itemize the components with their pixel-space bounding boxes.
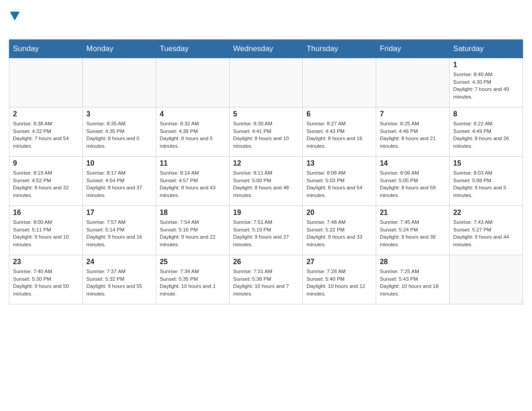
day-number: 9: [13, 159, 79, 167]
day-info: Sunrise: 7:45 AM Sunset: 5:24 PM Dayligh…: [380, 218, 446, 248]
calendar-cell: 5Sunrise: 8:30 AM Sunset: 4:41 PM Daylig…: [229, 107, 303, 157]
calendar-cell: [229, 58, 303, 107]
day-info: Sunrise: 8:35 AM Sunset: 4:35 PM Dayligh…: [86, 120, 152, 150]
day-info: Sunrise: 7:51 AM Sunset: 5:19 PM Dayligh…: [233, 218, 299, 248]
calendar-cell: 14Sunrise: 8:06 AM Sunset: 5:05 PM Dayli…: [376, 157, 450, 206]
day-number: 4: [160, 110, 226, 118]
page-header: [9, 9, 523, 35]
calendar-cell: 17Sunrise: 7:57 AM Sunset: 5:14 PM Dayli…: [82, 206, 156, 255]
day-info: Sunrise: 8:25 AM Sunset: 4:46 PM Dayligh…: [380, 120, 446, 150]
calendar-week-4: 16Sunrise: 8:00 AM Sunset: 5:11 PM Dayli…: [9, 206, 523, 255]
day-info: Sunrise: 8:00 AM Sunset: 5:11 PM Dayligh…: [13, 218, 79, 248]
day-info: Sunrise: 7:40 AM Sunset: 5:30 PM Dayligh…: [13, 268, 79, 298]
calendar-week-3: 9Sunrise: 8:19 AM Sunset: 4:52 PM Daylig…: [9, 157, 523, 206]
day-number: 17: [86, 209, 152, 217]
calendar-cell: [156, 58, 229, 107]
day-info: Sunrise: 8:14 AM Sunset: 4:57 PM Dayligh…: [160, 169, 226, 199]
day-number: 27: [306, 258, 372, 266]
weekday-row: SundayMondayTuesdayWednesdayThursdayFrid…: [9, 40, 523, 58]
weekday-header-saturday: Saturday: [450, 40, 523, 58]
calendar-cell: 13Sunrise: 8:08 AM Sunset: 5:03 PM Dayli…: [303, 157, 376, 206]
day-number: 12: [233, 159, 299, 167]
calendar-body: 1Sunrise: 8:40 AM Sunset: 4:30 PM Daylig…: [9, 58, 523, 304]
calendar-cell: 15Sunrise: 8:03 AM Sunset: 5:08 PM Dayli…: [450, 157, 523, 206]
calendar-cell: 10Sunrise: 8:17 AM Sunset: 4:54 PM Dayli…: [82, 157, 156, 206]
day-info: Sunrise: 8:22 AM Sunset: 4:49 PM Dayligh…: [453, 120, 519, 150]
day-info: Sunrise: 8:40 AM Sunset: 4:30 PM Dayligh…: [453, 71, 519, 101]
weekday-header-thursday: Thursday: [303, 40, 376, 58]
calendar-week-5: 23Sunrise: 7:40 AM Sunset: 5:30 PM Dayli…: [9, 255, 523, 304]
calendar-cell: 23Sunrise: 7:40 AM Sunset: 5:30 PM Dayli…: [9, 255, 83, 304]
calendar-cell: 16Sunrise: 8:00 AM Sunset: 5:11 PM Dayli…: [9, 206, 83, 255]
calendar-cell: 28Sunrise: 7:25 AM Sunset: 5:43 PM Dayli…: [376, 255, 450, 304]
calendar-cell: [82, 58, 156, 107]
calendar-cell: 22Sunrise: 7:43 AM Sunset: 5:27 PM Dayli…: [450, 206, 523, 255]
day-number: 10: [86, 159, 152, 167]
day-info: Sunrise: 7:31 AM Sunset: 5:38 PM Dayligh…: [233, 268, 299, 298]
calendar-cell: 3Sunrise: 8:35 AM Sunset: 4:35 PM Daylig…: [82, 107, 156, 157]
weekday-header-wednesday: Wednesday: [229, 40, 303, 58]
logo-arrow-icon: [10, 12, 20, 21]
calendar-cell: 24Sunrise: 7:37 AM Sunset: 5:32 PM Dayli…: [82, 255, 156, 304]
svg-marker-0: [10, 12, 20, 21]
calendar-cell: 25Sunrise: 7:34 AM Sunset: 5:35 PM Dayli…: [156, 255, 229, 304]
day-number: 6: [306, 110, 372, 118]
day-info: Sunrise: 8:38 AM Sunset: 4:32 PM Dayligh…: [13, 120, 79, 150]
weekday-header-monday: Monday: [82, 40, 156, 58]
day-number: 25: [160, 258, 226, 266]
day-info: Sunrise: 7:37 AM Sunset: 5:32 PM Dayligh…: [86, 268, 152, 298]
calendar-cell: 8Sunrise: 8:22 AM Sunset: 4:49 PM Daylig…: [450, 107, 523, 157]
day-info: Sunrise: 7:57 AM Sunset: 5:14 PM Dayligh…: [86, 218, 152, 248]
day-info: Sunrise: 8:17 AM Sunset: 4:54 PM Dayligh…: [86, 169, 152, 199]
day-info: Sunrise: 7:28 AM Sunset: 5:40 PM Dayligh…: [306, 268, 372, 298]
calendar-cell: 12Sunrise: 8:11 AM Sunset: 5:00 PM Dayli…: [229, 157, 303, 206]
day-number: 1: [453, 61, 519, 69]
weekday-header-tuesday: Tuesday: [156, 40, 229, 58]
calendar-cell: 27Sunrise: 7:28 AM Sunset: 5:40 PM Dayli…: [303, 255, 376, 304]
calendar-cell: 21Sunrise: 7:45 AM Sunset: 5:24 PM Dayli…: [376, 206, 450, 255]
day-number: 26: [233, 258, 299, 266]
calendar-cell: [450, 255, 523, 304]
day-info: Sunrise: 8:06 AM Sunset: 5:05 PM Dayligh…: [380, 169, 446, 199]
day-number: 22: [453, 209, 519, 217]
logo: [9, 9, 20, 35]
day-number: 7: [380, 110, 446, 118]
day-info: Sunrise: 8:30 AM Sunset: 4:41 PM Dayligh…: [233, 120, 299, 150]
calendar-cell: [303, 58, 376, 107]
day-info: Sunrise: 8:32 AM Sunset: 4:38 PM Dayligh…: [160, 120, 226, 150]
day-number: 21: [380, 209, 446, 217]
day-number: 3: [86, 110, 152, 118]
calendar-cell: 7Sunrise: 8:25 AM Sunset: 4:46 PM Daylig…: [376, 107, 450, 157]
day-number: 24: [86, 258, 152, 266]
calendar-cell: 11Sunrise: 8:14 AM Sunset: 4:57 PM Dayli…: [156, 157, 229, 206]
day-number: 18: [160, 209, 226, 217]
calendar-cell: 20Sunrise: 7:48 AM Sunset: 5:22 PM Dayli…: [303, 206, 376, 255]
calendar-week-1: 1Sunrise: 8:40 AM Sunset: 4:30 PM Daylig…: [9, 58, 523, 107]
day-number: 8: [453, 110, 519, 118]
calendar-cell: 6Sunrise: 8:27 AM Sunset: 4:43 PM Daylig…: [303, 107, 376, 157]
calendar-cell: [9, 58, 83, 107]
day-number: 2: [13, 110, 79, 118]
day-number: 13: [306, 159, 372, 167]
day-number: 20: [306, 209, 372, 217]
day-info: Sunrise: 8:03 AM Sunset: 5:08 PM Dayligh…: [453, 169, 519, 199]
day-number: 15: [453, 159, 519, 167]
day-info: Sunrise: 7:48 AM Sunset: 5:22 PM Dayligh…: [306, 218, 372, 248]
day-number: 23: [13, 258, 79, 266]
day-info: Sunrise: 8:11 AM Sunset: 5:00 PM Dayligh…: [233, 169, 299, 199]
day-number: 16: [13, 209, 79, 217]
day-number: 5: [233, 110, 299, 118]
calendar-cell: 26Sunrise: 7:31 AM Sunset: 5:38 PM Dayli…: [229, 255, 303, 304]
calendar-table: SundayMondayTuesdayWednesdayThursdayFrid…: [9, 39, 523, 304]
day-number: 11: [160, 159, 226, 167]
day-number: 14: [380, 159, 446, 167]
day-info: Sunrise: 7:43 AM Sunset: 5:27 PM Dayligh…: [453, 218, 519, 248]
calendar-cell: 4Sunrise: 8:32 AM Sunset: 4:38 PM Daylig…: [156, 107, 229, 157]
calendar-week-2: 2Sunrise: 8:38 AM Sunset: 4:32 PM Daylig…: [9, 107, 523, 157]
calendar-cell: 2Sunrise: 8:38 AM Sunset: 4:32 PM Daylig…: [9, 107, 83, 157]
weekday-header-friday: Friday: [376, 40, 450, 58]
day-number: 19: [233, 209, 299, 217]
calendar-cell: 19Sunrise: 7:51 AM Sunset: 5:19 PM Dayli…: [229, 206, 303, 255]
calendar-header: SundayMondayTuesdayWednesdayThursdayFrid…: [9, 40, 523, 58]
day-number: 28: [380, 258, 446, 266]
